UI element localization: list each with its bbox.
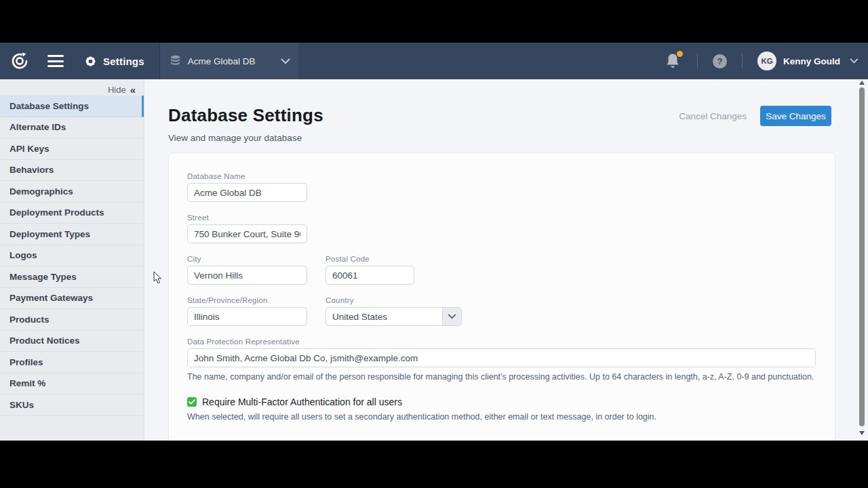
- scrollbar-up-arrow[interactable]: [859, 81, 865, 85]
- country-label: Country: [326, 296, 462, 304]
- vertical-scrollbar[interactable]: [859, 79, 866, 441]
- country-select-value: United States: [326, 312, 442, 322]
- sidebar-item-alternate-ids[interactable]: Alternate IDs: [0, 117, 144, 139]
- mfa-checkbox[interactable]: [187, 397, 197, 407]
- city-postal-row: City Postal Code: [187, 255, 835, 285]
- save-changes-button[interactable]: Save Changes: [760, 106, 831, 126]
- sidebar-item-api-keys[interactable]: API Keys: [0, 138, 144, 160]
- postal-code-label: Postal Code: [326, 255, 414, 263]
- menu-icon[interactable]: [47, 55, 64, 67]
- header-actions: Cancel Changes Save Changes: [679, 106, 831, 126]
- postal-code-field[interactable]: [326, 266, 414, 285]
- sidebar-item-products[interactable]: Products: [0, 309, 144, 331]
- help-icon[interactable]: ?: [713, 54, 727, 68]
- mfa-section: Require Multi-Factor Authentication for …: [187, 396, 835, 422]
- cancel-changes-button[interactable]: Cancel Changes: [679, 111, 747, 121]
- nav-right-divider: [742, 54, 743, 68]
- street-field[interactable]: [187, 224, 307, 243]
- app-logo-icon[interactable]: [0, 51, 39, 71]
- sidebar-item-deployment-types[interactable]: Deployment Types: [0, 224, 144, 245]
- nav-settings-label: Settings: [103, 56, 144, 67]
- navbar-left: Settings Acme Global DB: [0, 43, 298, 79]
- sidebar-item-database-settings[interactable]: Database Settings: [0, 96, 144, 117]
- page-title: Database Settings: [168, 105, 323, 126]
- top-navbar: Settings Acme Global DB: [0, 43, 868, 79]
- database-name-label: Database Name: [187, 172, 835, 180]
- sidebar-item-remit-percent[interactable]: Remit %: [0, 373, 144, 395]
- sidebar-collapse-button[interactable]: Hide «: [0, 79, 144, 96]
- navbar-right: ? KG Kenny Gould: [665, 43, 868, 79]
- database-icon: [170, 55, 181, 67]
- settings-form-card: Database Name Street City Postal Code: [168, 152, 835, 441]
- sidebar-item-deployment-products[interactable]: Deployment Products: [0, 203, 144, 224]
- database-selector-value: Acme Global DB: [188, 56, 281, 66]
- city-label: City: [187, 255, 307, 263]
- avatar[interactable]: KG: [757, 52, 776, 70]
- database-name-group: Database Name: [187, 172, 835, 202]
- street-group: Street: [187, 214, 835, 243]
- user-menu-chevron-icon[interactable]: [850, 58, 859, 64]
- sidebar: Hide « Database Settings Alternate IDs A…: [0, 79, 144, 441]
- app-body: Hide « Database Settings Alternate IDs A…: [0, 79, 868, 441]
- mfa-row: Require Multi-Factor Authentication for …: [187, 396, 835, 407]
- data-protection-rep-group: Data Protection Representative The name,…: [187, 338, 835, 382]
- nav-settings[interactable]: Settings: [84, 43, 159, 79]
- gear-icon: [84, 55, 97, 68]
- user-name: Kenny Gould: [783, 56, 840, 66]
- state-field[interactable]: [187, 307, 307, 326]
- hide-label: Hide: [108, 85, 126, 95]
- data-protection-rep-help: The name, company and/or email of the pe…: [187, 372, 835, 382]
- sidebar-item-demographics[interactable]: Demographics: [0, 181, 144, 203]
- select-chevron-wrap: [442, 308, 461, 325]
- sidebar-item-logos[interactable]: Logos: [0, 245, 144, 267]
- sidebar-item-message-types[interactable]: Message Types: [0, 266, 144, 288]
- notification-dot: [677, 51, 683, 57]
- chevron-down-icon: [281, 58, 290, 64]
- mouse-cursor: [153, 271, 163, 285]
- page-header: Database Settings View and manage your d…: [168, 105, 323, 143]
- sidebar-item-behaviors[interactable]: Behaviors: [0, 160, 144, 182]
- state-country-row: State/Province/Region Country United Sta…: [187, 296, 835, 326]
- street-label: Street: [187, 214, 835, 222]
- scrollbar-down-arrow[interactable]: [859, 431, 865, 435]
- collapse-icon: «: [130, 85, 136, 95]
- mfa-label: Require Multi-Factor Authentication for …: [202, 396, 402, 407]
- data-protection-rep-field[interactable]: [187, 348, 816, 367]
- city-field[interactable]: [187, 266, 307, 285]
- mfa-help: When selected, will require all users to…: [187, 412, 835, 422]
- country-select[interactable]: United States: [326, 307, 462, 326]
- sidebar-item-profiles[interactable]: Profiles: [0, 352, 144, 373]
- chevron-down-icon: [448, 314, 456, 319]
- country-group: Country United States: [326, 296, 462, 326]
- sidebar-item-payment-gateways[interactable]: Payment Gateways: [0, 288, 144, 310]
- stage: Settings Acme Global DB: [0, 0, 868, 488]
- data-protection-rep-label: Data Protection Representative: [187, 338, 835, 346]
- database-selector-dropdown[interactable]: Acme Global DB: [160, 43, 298, 79]
- state-group: State/Province/Region: [187, 296, 307, 326]
- postal-code-group: Postal Code: [326, 255, 414, 285]
- sidebar-item-skus[interactable]: SKUs: [0, 394, 144, 416]
- main-content: Database Settings View and manage your d…: [144, 79, 868, 441]
- city-group: City: [187, 255, 307, 285]
- sidebar-item-product-notices[interactable]: Product Notices: [0, 331, 144, 352]
- notifications-button[interactable]: [665, 52, 682, 70]
- state-label: State/Province/Region: [187, 296, 307, 304]
- check-icon: [189, 399, 195, 405]
- nav-right-divider: [697, 54, 698, 68]
- scrollbar-thumb[interactable]: [859, 87, 865, 426]
- page-subtitle: View and manage your database: [168, 133, 323, 143]
- database-name-field[interactable]: [187, 183, 307, 202]
